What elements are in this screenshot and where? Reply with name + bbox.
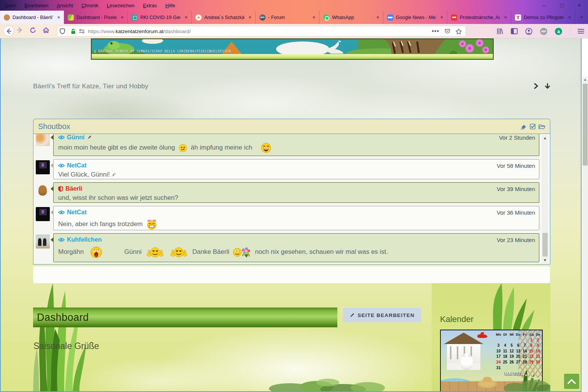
lock-icon[interactable] bbox=[71, 29, 76, 34]
arrow-down-icon[interactable] bbox=[545, 83, 550, 89]
edit-page-button[interactable]: SEITE BEARBEITEN bbox=[343, 308, 421, 322]
tab-close-icon[interactable]: × bbox=[375, 14, 381, 20]
scroll-down-icon[interactable]: ▼ bbox=[542, 258, 548, 263]
sidebar: Kalender MoDiMiDoF bbox=[432, 283, 550, 392]
checkbox-icon[interactable] bbox=[530, 124, 536, 129]
thumbsup-smiley-icon bbox=[147, 246, 164, 258]
home-icon[interactable] bbox=[43, 27, 49, 33]
flower-icon bbox=[195, 14, 202, 21]
scroll-up-icon[interactable]: ▲ bbox=[582, 77, 588, 83]
tab-andreas-schatzkaestchen[interactable]: Andrea`s Schatzkäst × bbox=[192, 11, 256, 24]
shoutbox-input-panel[interactable] bbox=[33, 266, 550, 283]
a-badge[interactable]: a bbox=[555, 28, 562, 35]
tab-close-icon[interactable]: × bbox=[566, 14, 572, 20]
calendar-day: 26 bbox=[509, 360, 515, 365]
avatar[interactable] bbox=[36, 160, 50, 174]
timestamp: Vor 39 Minuten bbox=[497, 186, 535, 192]
url-bar[interactable]: https://www.katzentatzenforum.at/dashboa… bbox=[57, 26, 466, 37]
message-text: moin moin heute gibt es die zweite ölung… bbox=[58, 143, 535, 153]
calendar-day: 27 bbox=[515, 360, 521, 365]
username-link[interactable]: Kuhfellchen bbox=[67, 236, 102, 243]
scrollbar-thumb[interactable] bbox=[542, 233, 548, 257]
globe-icon bbox=[259, 14, 265, 21]
cat-decoration bbox=[461, 353, 473, 370]
permissions-icon[interactable] bbox=[79, 29, 85, 33]
wave-icon bbox=[68, 14, 74, 21]
tab-title: RKI COVID-19 Germ bbox=[140, 15, 180, 20]
avatar[interactable] bbox=[36, 183, 50, 198]
calendar-blank-cell bbox=[509, 338, 515, 343]
avatar[interactable] bbox=[36, 234, 50, 249]
tab-dashboard-pixelen[interactable]: Dashboard - Pixelen × bbox=[64, 11, 128, 24]
menu-extras[interactable]: Extras bbox=[143, 3, 157, 8]
minimize-button[interactable]: – bbox=[536, 0, 553, 11]
timestamp: Vor 23 Minuten bbox=[497, 237, 535, 243]
shout-bubble: Kuhfellchen Vor 23 Minuten Morgähn Günni… bbox=[53, 233, 539, 262]
pocket-icon[interactable] bbox=[445, 29, 450, 34]
reload-icon[interactable] bbox=[30, 27, 36, 33]
menu-ansicht[interactable]: Ansicht bbox=[57, 3, 73, 8]
bookmark-star-icon[interactable] bbox=[456, 29, 462, 34]
tab-title: Google News - Mein bbox=[396, 15, 436, 20]
new-tab-button[interactable]: + bbox=[575, 11, 588, 24]
username-link[interactable]: NetCat bbox=[67, 209, 87, 216]
window-controls: – □ × bbox=[536, 0, 588, 11]
scroll-to-top-button[interactable] bbox=[564, 374, 579, 389]
tab-protestmaersche[interactable]: Protestmärsche, Au × bbox=[447, 11, 511, 24]
account-icon[interactable] bbox=[525, 28, 532, 35]
edit-pencil-icon[interactable] bbox=[87, 135, 92, 140]
url-text[interactable]: https://www.katzentatzenforum.at/dashboa… bbox=[88, 29, 432, 34]
avatar[interactable] bbox=[36, 207, 50, 221]
close-button[interactable]: × bbox=[571, 0, 588, 11]
avatar[interactable] bbox=[36, 134, 50, 146]
menu-chronik[interactable]: Chronik bbox=[81, 3, 99, 8]
eraser-icon[interactable] bbox=[520, 124, 527, 129]
timestamp: Vor 2 Stunden bbox=[499, 134, 535, 141]
chevron-up-icon bbox=[567, 379, 576, 384]
menu-lesezeichen[interactable]: Lesezeichen bbox=[107, 3, 135, 8]
library-icon[interactable] bbox=[496, 28, 503, 35]
tab-close-icon[interactable]: × bbox=[439, 14, 445, 20]
shoutbox-tools bbox=[520, 124, 545, 129]
menu-datei[interactable]: Datei bbox=[5, 3, 16, 8]
message-text: Morgähn Günni Danke Bäerli noch nix gese… bbox=[58, 246, 535, 259]
message-text-segment: Viel Glück, Günni! bbox=[58, 171, 110, 178]
tab-close-icon[interactable]: × bbox=[56, 14, 62, 20]
tab-close-icon[interactable]: × bbox=[183, 14, 189, 20]
tab-close-icon[interactable]: × bbox=[119, 14, 125, 20]
tab-rki-covid[interactable]: RKI COVID-19 Germ × bbox=[128, 11, 192, 24]
message-text-segment: Morgähn bbox=[58, 248, 86, 255]
tab-dashboard-baerli[interactable]: Dashboard - Bäerli's × bbox=[0, 11, 64, 24]
page-actions-icon[interactable]: ••• bbox=[432, 28, 439, 35]
menu-icon[interactable] bbox=[578, 29, 584, 34]
tab-forum[interactable]: - Forum × bbox=[256, 11, 319, 24]
tracking-shield-icon[interactable] bbox=[60, 28, 65, 34]
scrollbar-thumb[interactable] bbox=[583, 84, 588, 166]
tab-demos-pfingsten[interactable]: T Demos zu Pfingsten × bbox=[511, 11, 575, 24]
username-link[interactable]: NetCat bbox=[67, 162, 87, 169]
section-title: Saisonale Grüße bbox=[33, 341, 99, 351]
tab-close-icon[interactable]: × bbox=[247, 14, 253, 20]
shoutbox-scrollbar[interactable]: ▲ ▼ bbox=[542, 135, 548, 263]
maximize-button[interactable]: □ bbox=[553, 0, 571, 11]
calendar-day-header: Fr bbox=[521, 332, 528, 338]
forward-button[interactable] bbox=[17, 27, 23, 33]
abp-badge[interactable]: ABP bbox=[540, 28, 547, 35]
tab-google-news[interactable]: Google News - Mein × bbox=[383, 11, 447, 24]
menu-bearbeiten[interactable]: Bearbeiten bbox=[24, 3, 48, 8]
tab-whatsapp[interactable]: WhatsApp × bbox=[319, 11, 383, 24]
chevron-right-icon[interactable] bbox=[533, 83, 539, 89]
tab-close-icon[interactable]: × bbox=[311, 14, 317, 20]
sidebar-icon[interactable] bbox=[511, 28, 518, 34]
back-button[interactable] bbox=[3, 25, 14, 37]
scroll-up-icon[interactable]: ▲ bbox=[542, 135, 548, 141]
calendar-day-header: Mi bbox=[509, 332, 515, 338]
page-scrollbar[interactable]: ▲ ▼ bbox=[582, 77, 588, 392]
username-link[interactable]: Bäerli bbox=[65, 185, 82, 192]
menu-hilfe[interactable]: Hilfe bbox=[165, 3, 175, 8]
open-folder-icon[interactable] bbox=[539, 124, 545, 129]
tab-close-icon[interactable]: × bbox=[502, 14, 509, 20]
calendar-day: 24 bbox=[495, 360, 502, 365]
t-serif-icon: T bbox=[515, 14, 521, 21]
username-link[interactable]: Günni bbox=[67, 134, 84, 141]
